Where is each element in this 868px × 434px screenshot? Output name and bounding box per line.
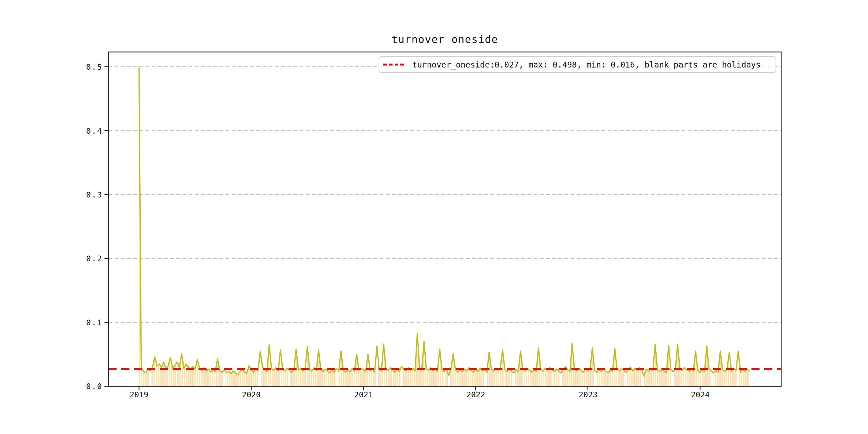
xtick-label-2020: 2020 bbox=[227, 389, 275, 400]
turnover-line-series bbox=[139, 68, 750, 376]
xtick-label-2024: 2024 bbox=[676, 389, 724, 400]
axis-tick-marks bbox=[104, 67, 700, 390]
xtick-label-2019: 2019 bbox=[115, 389, 163, 400]
ytick-label-0.5: 0.5 bbox=[76, 61, 103, 72]
ytick-label-0.2: 0.2 bbox=[76, 253, 103, 264]
ytick-label-0.0: 0.0 bbox=[76, 381, 103, 392]
ytick-label-0.3: 0.3 bbox=[76, 189, 103, 200]
xtick-label-2022: 2022 bbox=[452, 389, 500, 400]
daily-turnover-bars bbox=[139, 68, 748, 386]
plot-border bbox=[108, 52, 781, 386]
legend-dash-marker bbox=[383, 63, 404, 66]
chart-title: turnover oneside bbox=[108, 33, 781, 45]
figure: turnover oneside 0.0 0.1 0.2 0.3 0.4 0.5… bbox=[0, 0, 868, 434]
legend-label: turnover_oneside:0.027, max: 0.498, min:… bbox=[412, 60, 761, 69]
xtick-label-2021: 2021 bbox=[339, 389, 388, 400]
xtick-label-2023: 2023 bbox=[564, 389, 612, 400]
ytick-label-0.1: 0.1 bbox=[76, 317, 103, 328]
legend: turnover_oneside:0.027, max: 0.498, min:… bbox=[378, 56, 776, 73]
ytick-label-0.4: 0.4 bbox=[76, 125, 103, 136]
gridlines bbox=[108, 67, 781, 322]
